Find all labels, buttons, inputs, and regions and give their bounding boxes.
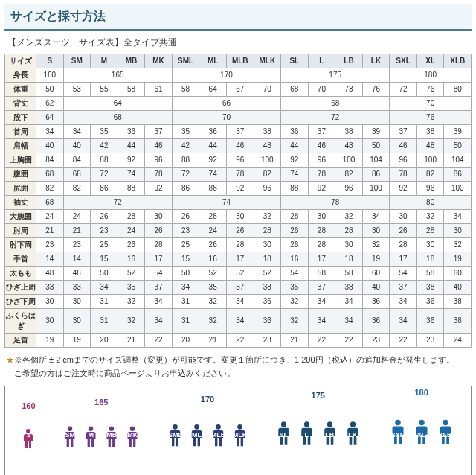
- group-height: 175: [312, 391, 325, 400]
- cell: 23: [254, 334, 281, 348]
- cell: 37: [390, 125, 417, 139]
- person-icon: [230, 405, 250, 465]
- person-icon: [60, 408, 80, 465]
- cell: 25: [91, 238, 118, 252]
- cell: 20: [172, 334, 199, 348]
- cell: 82: [416, 168, 444, 182]
- cell: 37: [308, 125, 335, 139]
- cell: 34: [145, 309, 173, 334]
- cell: 82: [254, 168, 281, 182]
- cell: 36: [416, 295, 444, 309]
- cell: 92: [226, 182, 254, 196]
- cell: SML: [172, 54, 199, 68]
- cell: 30: [63, 295, 91, 309]
- cell: 78: [226, 168, 254, 182]
- cell: 26: [91, 210, 118, 224]
- cell: 86: [444, 168, 472, 182]
- cell: 68: [281, 83, 309, 97]
- cell: ひざ下周: [5, 295, 36, 309]
- cell: 48: [335, 139, 363, 153]
- cell: 40: [362, 281, 390, 295]
- group-height: 180: [414, 388, 428, 397]
- cell: 76: [416, 83, 444, 97]
- cell: 身長: [5, 68, 36, 83]
- cell: 33: [36, 281, 64, 295]
- cell: 30: [444, 224, 472, 238]
- silhouette: SM: [60, 408, 80, 473]
- person-icon: [19, 412, 37, 465]
- cell: 92: [308, 182, 335, 196]
- cell: 73: [335, 83, 363, 97]
- cell: 18: [335, 252, 363, 267]
- cell: 足首: [5, 334, 36, 348]
- cell: 175: [281, 68, 390, 83]
- cell: 104: [362, 153, 390, 168]
- cell: 50: [172, 267, 199, 281]
- cell: 58: [308, 267, 335, 281]
- cell: 36: [362, 309, 390, 334]
- cell: 22: [226, 334, 254, 348]
- cell: 34: [226, 295, 254, 309]
- cell: 16: [281, 252, 309, 267]
- cell: 76: [390, 111, 472, 125]
- cell: 30: [63, 309, 91, 334]
- cell: 32: [281, 309, 309, 334]
- cell: 86: [362, 168, 390, 182]
- person-icon: [411, 398, 433, 465]
- cell: 54: [390, 267, 417, 281]
- cell: 37: [145, 281, 173, 295]
- cell: 14: [36, 252, 64, 267]
- cell: 100: [416, 153, 444, 168]
- cell: 23: [63, 238, 91, 252]
- cell: 34: [63, 125, 91, 139]
- cell: 35: [118, 281, 145, 295]
- cell: 96: [226, 153, 254, 168]
- cell: 72: [390, 83, 417, 97]
- cell: 32: [281, 295, 309, 309]
- cell: 30: [362, 224, 390, 238]
- cell: 70: [172, 111, 280, 125]
- cell: 15: [91, 252, 118, 267]
- cell: 88: [91, 153, 118, 168]
- cell: 60: [444, 267, 472, 281]
- cell: 32: [254, 210, 281, 224]
- cell: 78: [308, 168, 335, 182]
- cell: 21: [36, 224, 64, 238]
- cell: 76: [362, 83, 390, 97]
- cell: 58: [416, 267, 444, 281]
- cell: 38: [444, 295, 472, 309]
- silhouette: LK: [342, 401, 364, 473]
- cell: 86: [172, 182, 199, 196]
- cell: SM: [63, 54, 91, 68]
- cell: S: [36, 54, 64, 68]
- cell: 31: [91, 295, 118, 309]
- cell: 28: [390, 238, 417, 252]
- cell: 48: [36, 267, 64, 281]
- cell: 68: [63, 111, 172, 125]
- cell: 58: [335, 267, 363, 281]
- cell: 19: [362, 252, 390, 267]
- cell: 34: [172, 281, 199, 295]
- cell: 48: [416, 139, 444, 153]
- cell: 52: [254, 267, 281, 281]
- cell: 30: [416, 238, 444, 252]
- cell: 28: [308, 238, 335, 252]
- cell: 96: [254, 182, 281, 196]
- cell: 17: [226, 252, 254, 267]
- cell: ふくらはぎ: [5, 309, 36, 334]
- cell: XL: [416, 54, 444, 68]
- cell: 30: [36, 295, 64, 309]
- cell: 64: [63, 97, 172, 111]
- cell: 52: [118, 267, 145, 281]
- cell: 88: [199, 182, 227, 196]
- cell: 尻囲: [5, 182, 36, 196]
- cell: 170: [172, 68, 280, 83]
- cell: 37: [308, 281, 335, 295]
- cell: 100: [444, 182, 472, 196]
- cell: 34: [335, 309, 363, 334]
- cell: 34: [390, 295, 417, 309]
- cell: 38: [416, 125, 444, 139]
- cell: 64: [199, 83, 227, 97]
- cell: 23: [91, 224, 118, 238]
- person-icon: [123, 408, 142, 465]
